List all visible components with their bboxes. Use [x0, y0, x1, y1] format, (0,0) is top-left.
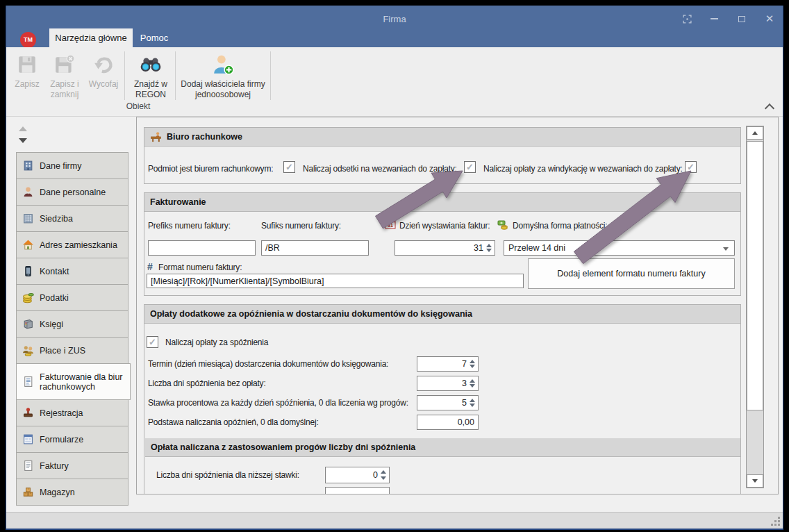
ribbon-button-label: Zapisz i zamknij	[50, 79, 78, 99]
tab-pomoc[interactable]: Pomoc	[133, 28, 176, 47]
spinner-up-down-icon[interactable]	[486, 241, 492, 255]
group-title: Fakturowanie	[150, 197, 206, 207]
sidebar-item-fakturowanie-dla-biur[interactable]: Fakturowanie dla biur rachunkowych	[16, 363, 131, 400]
sidebar-item-rejestracja[interactable]: Rejestracja	[16, 399, 128, 426]
sidebar-item-siedziba[interactable]: Siedziba	[16, 205, 128, 232]
naliczaj-windykacja-checkbox[interactable]: ✓	[685, 161, 697, 173]
podstawa-input[interactable]: 0,00	[417, 415, 479, 430]
calendar-day: 31	[388, 223, 393, 228]
check-icon: ✓	[149, 337, 156, 347]
dodaj-element-formatu-button[interactable]: Dodaj element formatu numeru faktury	[528, 258, 735, 289]
dzien-label: Dzień wystawiania faktur:	[399, 221, 490, 231]
ribbon-button-label: Wycofaj	[89, 79, 119, 89]
app-logo[interactable]: TM	[20, 32, 36, 48]
scroll-up-icon	[752, 131, 758, 135]
forma-platnosci-dropdown[interactable]: Przelew 14 dni	[504, 240, 735, 256]
spinner-up-down-icon[interactable]	[470, 376, 476, 390]
close-button[interactable]: ✕	[761, 13, 779, 25]
sidebar-item-label: Księgi	[40, 319, 63, 329]
phone-icon	[22, 265, 34, 277]
minimize-button[interactable]	[705, 13, 723, 25]
sidebar-item-ksiegi[interactable]: Księgi	[16, 310, 128, 338]
sidebar-item-place-i-zus[interactable]: Płace i ZUS	[16, 337, 128, 364]
vertical-scrollbar[interactable]	[746, 126, 764, 488]
scrollbar-up-button[interactable]	[747, 126, 763, 140]
dzien-spinner[interactable]: 31	[394, 240, 495, 256]
sidebar-scroll-up-icon[interactable]	[19, 126, 27, 131]
window-title: Firma	[6, 14, 783, 24]
maximize-button[interactable]	[733, 13, 751, 25]
tab-narzedzia-glowne[interactable]: Narzędzia główne	[49, 28, 133, 47]
sidebar-item-dane-firmy[interactable]: Dane firmy	[16, 152, 128, 179]
sufiks-input[interactable]	[261, 240, 369, 256]
scrollbar-down-button[interactable]	[747, 474, 763, 488]
podmiot-biuro-checkbox[interactable]: ✓	[283, 161, 295, 173]
close-icon: ✕	[765, 13, 774, 25]
spinner-up-down-icon[interactable]	[470, 357, 476, 371]
book-icon	[22, 318, 34, 330]
person-icon	[22, 186, 34, 198]
spinner-up-down-icon[interactable]	[381, 467, 387, 483]
resize-grip[interactable]	[770, 516, 780, 526]
check-icon: ✓	[687, 162, 695, 172]
form-icon	[22, 433, 34, 445]
row-label: Liczba dni spóźnienia dla niższej stawki…	[156, 470, 299, 480]
clipped-next-spinner[interactable]	[325, 487, 390, 494]
prefiks-input[interactable]	[148, 240, 256, 256]
collapse-ribbon-chevron[interactable]	[765, 103, 774, 113]
spinner-up-down-icon[interactable]	[470, 396, 476, 410]
titlebar: Firma ✕ TM Narzędzia główne Pomoc	[6, 6, 783, 47]
sidebar-item-podatki[interactable]: Podatki	[16, 284, 128, 311]
settings-panel: Biuro rachunkowe Podmiot jest biurem rac…	[136, 117, 779, 494]
sidebar-item-label: Dane firmy	[40, 161, 81, 171]
subsection-title: Opłata naliczana z zastosowaniem progów …	[151, 442, 415, 452]
stawka-procentowa-spinner[interactable]: 5	[417, 395, 479, 410]
house-icon	[22, 239, 34, 251]
row-label: Podstawa naliczania opóźnień, 0 dla domy…	[148, 417, 319, 427]
sufiks-label: Sufiks numeru faktury:	[261, 221, 341, 231]
prefiks-label: Prefiks numeru faktury:	[148, 221, 231, 231]
sidebar-item-formularze[interactable]: Formularze	[16, 426, 128, 453]
sidebar-item-label: Dane personalne	[40, 188, 106, 197]
save-close-icon	[45, 54, 84, 79]
sidebar-item-kontakt[interactable]: Kontakt	[16, 258, 128, 285]
format-numeru-input[interactable]	[147, 274, 524, 288]
sidebar-item-magazyn[interactable]: Magazyn	[16, 479, 128, 506]
naliczaj-oplaty-spoznienia-checkbox[interactable]: ✓	[147, 336, 158, 348]
sidebar-item-label: Kontakt	[40, 267, 69, 276]
sidebar-item-faktury[interactable]: Faktury	[16, 452, 128, 479]
undo-icon	[85, 54, 122, 79]
spinner-value: 31	[474, 241, 483, 255]
checkbox-label: Naliczaj odsetki na wezwaniach do zapłat…	[303, 164, 457, 174]
spinner-value: 5	[462, 396, 467, 410]
payroll-icon	[22, 344, 34, 356]
company-building-icon	[22, 160, 34, 172]
save-icon	[10, 54, 44, 79]
forma-label: Domyślna forma płatności:	[513, 221, 607, 231]
minimize-icon	[711, 18, 718, 19]
chevron-down-icon	[723, 247, 729, 251]
save-and-close-button[interactable]: Zapisz i zamknij	[45, 50, 84, 139]
subsection-header: Opłata naliczana z zastosowaniem progów …	[145, 438, 740, 457]
save-button[interactable]: Zapisz	[10, 50, 44, 139]
sidebar-item-dane-personalne[interactable]: Dane personalne	[16, 178, 128, 206]
add-owner-icon	[178, 54, 268, 79]
dni-bez-oplaty-spinner[interactable]: 3	[417, 376, 479, 391]
group-header: Fakturowanie	[144, 193, 740, 212]
invoice-settings-icon	[22, 376, 34, 388]
termin-spinner[interactable]: 7	[417, 356, 479, 372]
undo-button[interactable]: Wycofaj	[85, 50, 122, 139]
dni-nizszej-stawki-spinner[interactable]: 0	[325, 467, 390, 483]
focus-mode-icon[interactable]	[678, 13, 696, 25]
group-title: Opłaty dodatkowe za opóźnienia w dostarc…	[150, 309, 472, 319]
sidebar-item-label: Fakturowanie dla biur rachunkowych	[40, 372, 130, 392]
ribbon-group-label: Obiekt	[117, 101, 159, 111]
sidebar-item-adres-zamieszkania[interactable]: Adres zamieszkania	[16, 231, 128, 258]
scrollbar-thumb[interactable]	[747, 141, 763, 410]
ribbon-separator	[124, 51, 125, 100]
sidebar-item-label: Podatki	[40, 293, 69, 303]
row-label: Termin (dzień miesiąca) dostarczenia dok…	[148, 359, 388, 369]
naliczaj-odsetki-checkbox[interactable]: ✓	[464, 161, 476, 173]
sidebar-scroll-down-icon[interactable]	[19, 138, 27, 143]
group-header: Opłaty dodatkowe za opóźnienia w dostarc…	[144, 305, 740, 324]
